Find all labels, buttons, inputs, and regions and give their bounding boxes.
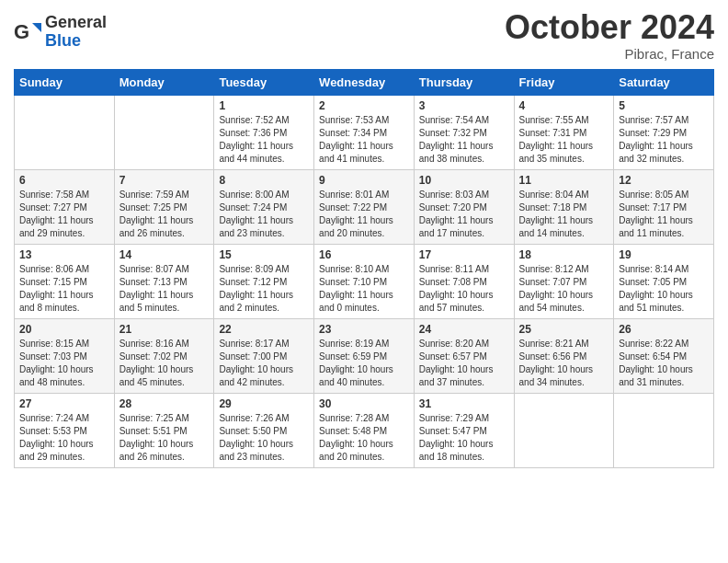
day-info: Sunrise: 8:10 AM Sunset: 7:10 PM Dayligh… — [319, 263, 409, 315]
day-number: 28 — [119, 397, 210, 410]
calendar-cell: 8Sunrise: 8:00 AM Sunset: 7:24 PM Daylig… — [214, 169, 314, 244]
header-row: SundayMondayTuesdayWednesdayThursdayFrid… — [15, 69, 714, 95]
header-day-thursday: Thursday — [414, 69, 514, 95]
header: G General Blue October 2024 Pibrac, Fran… — [14, 9, 714, 62]
day-info: Sunrise: 7:24 AM Sunset: 5:53 PM Dayligh… — [19, 412, 109, 464]
calendar-cell: 19Sunrise: 8:14 AM Sunset: 7:05 PM Dayli… — [614, 244, 714, 318]
logo-icon: G — [14, 18, 41, 46]
header-day-tuesday: Tuesday — [214, 69, 314, 95]
calendar-week-3: 13Sunrise: 8:06 AM Sunset: 7:15 PM Dayli… — [15, 244, 714, 318]
logo-text: General Blue — [45, 14, 107, 51]
day-info: Sunrise: 8:16 AM Sunset: 7:02 PM Dayligh… — [119, 338, 210, 389]
day-number: 16 — [319, 248, 409, 261]
day-number: 8 — [219, 174, 309, 187]
day-number: 3 — [419, 99, 509, 112]
calendar-cell: 30Sunrise: 7:28 AM Sunset: 5:48 PM Dayli… — [314, 393, 415, 467]
day-number: 26 — [619, 323, 709, 336]
day-info: Sunrise: 7:59 AM Sunset: 7:25 PM Dayligh… — [119, 189, 210, 240]
svg-marker-1 — [32, 23, 41, 32]
day-number: 1 — [219, 99, 309, 112]
calendar-cell: 16Sunrise: 8:10 AM Sunset: 7:10 PM Dayli… — [314, 244, 415, 318]
day-info: Sunrise: 8:19 AM Sunset: 6:59 PM Dayligh… — [319, 338, 409, 389]
day-info: Sunrise: 8:11 AM Sunset: 7:08 PM Dayligh… — [419, 263, 509, 315]
calendar: SundayMondayTuesdayWednesdayThursdayFrid… — [14, 69, 714, 468]
calendar-cell — [514, 393, 614, 467]
day-number: 11 — [519, 174, 609, 187]
header-day-saturday: Saturday — [614, 69, 714, 95]
day-number: 7 — [119, 174, 210, 187]
day-info: Sunrise: 7:58 AM Sunset: 7:27 PM Dayligh… — [19, 189, 109, 240]
day-info: Sunrise: 8:14 AM Sunset: 7:05 PM Dayligh… — [619, 263, 709, 315]
day-number: 15 — [219, 248, 309, 261]
calendar-week-5: 27Sunrise: 7:24 AM Sunset: 5:53 PM Dayli… — [15, 393, 714, 467]
calendar-cell — [614, 393, 714, 467]
calendar-cell — [15, 95, 115, 169]
day-info: Sunrise: 8:17 AM Sunset: 7:00 PM Dayligh… — [219, 338, 309, 389]
calendar-cell: 9Sunrise: 8:01 AM Sunset: 7:22 PM Daylig… — [314, 169, 415, 244]
day-info: Sunrise: 8:05 AM Sunset: 7:17 PM Dayligh… — [619, 189, 709, 240]
calendar-week-4: 20Sunrise: 8:15 AM Sunset: 7:03 PM Dayli… — [15, 318, 714, 393]
day-info: Sunrise: 7:25 AM Sunset: 5:51 PM Dayligh… — [119, 412, 210, 464]
day-number: 27 — [19, 397, 109, 410]
day-info: Sunrise: 7:54 AM Sunset: 7:32 PM Dayligh… — [419, 114, 509, 166]
calendar-cell: 28Sunrise: 7:25 AM Sunset: 5:51 PM Dayli… — [114, 393, 214, 467]
day-number: 31 — [419, 397, 509, 410]
calendar-body: 1Sunrise: 7:52 AM Sunset: 7:36 PM Daylig… — [15, 95, 714, 467]
day-info: Sunrise: 7:28 AM Sunset: 5:48 PM Dayligh… — [319, 412, 409, 464]
day-number: 14 — [119, 248, 210, 261]
logo: G General Blue — [14, 14, 107, 51]
day-number: 19 — [619, 248, 709, 261]
svg-text:G: G — [14, 20, 29, 43]
day-info: Sunrise: 7:55 AM Sunset: 7:31 PM Dayligh… — [519, 114, 609, 166]
day-number: 5 — [619, 99, 709, 112]
title-block: October 2024 Pibrac, France — [505, 9, 714, 62]
day-info: Sunrise: 8:00 AM Sunset: 7:24 PM Dayligh… — [219, 189, 309, 240]
calendar-cell: 10Sunrise: 8:03 AM Sunset: 7:20 PM Dayli… — [414, 169, 514, 244]
day-info: Sunrise: 8:01 AM Sunset: 7:22 PM Dayligh… — [319, 189, 409, 240]
day-info: Sunrise: 7:52 AM Sunset: 7:36 PM Dayligh… — [219, 114, 309, 166]
calendar-cell: 4Sunrise: 7:55 AM Sunset: 7:31 PM Daylig… — [514, 95, 614, 169]
logo-general-text: General — [45, 14, 107, 32]
day-number: 18 — [519, 248, 609, 261]
calendar-cell — [114, 95, 214, 169]
day-info: Sunrise: 8:15 AM Sunset: 7:03 PM Dayligh… — [19, 338, 109, 389]
day-number: 30 — [319, 397, 409, 410]
calendar-cell: 27Sunrise: 7:24 AM Sunset: 5:53 PM Dayli… — [15, 393, 115, 467]
calendar-cell: 7Sunrise: 7:59 AM Sunset: 7:25 PM Daylig… — [114, 169, 214, 244]
day-info: Sunrise: 8:06 AM Sunset: 7:15 PM Dayligh… — [19, 263, 109, 315]
day-number: 21 — [119, 323, 210, 336]
day-number: 22 — [219, 323, 309, 336]
day-info: Sunrise: 7:26 AM Sunset: 5:50 PM Dayligh… — [219, 412, 309, 464]
calendar-cell: 3Sunrise: 7:54 AM Sunset: 7:32 PM Daylig… — [414, 95, 514, 169]
day-number: 25 — [519, 323, 609, 336]
day-number: 24 — [419, 323, 509, 336]
day-info: Sunrise: 8:12 AM Sunset: 7:07 PM Dayligh… — [519, 263, 609, 315]
calendar-cell: 18Sunrise: 8:12 AM Sunset: 7:07 PM Dayli… — [514, 244, 614, 318]
day-info: Sunrise: 8:03 AM Sunset: 7:20 PM Dayligh… — [419, 189, 509, 240]
day-number: 12 — [619, 174, 709, 187]
day-number: 17 — [419, 248, 509, 261]
day-info: Sunrise: 7:57 AM Sunset: 7:29 PM Dayligh… — [619, 114, 709, 166]
day-number: 6 — [19, 174, 109, 187]
calendar-header: SundayMondayTuesdayWednesdayThursdayFrid… — [15, 69, 714, 95]
calendar-cell: 31Sunrise: 7:29 AM Sunset: 5:47 PM Dayli… — [414, 393, 514, 467]
month-title: October 2024 — [505, 9, 714, 46]
day-info: Sunrise: 8:20 AM Sunset: 6:57 PM Dayligh… — [419, 338, 509, 389]
day-info: Sunrise: 8:04 AM Sunset: 7:18 PM Dayligh… — [519, 189, 609, 240]
day-number: 29 — [219, 397, 309, 410]
calendar-cell: 20Sunrise: 8:15 AM Sunset: 7:03 PM Dayli… — [15, 318, 115, 393]
calendar-cell: 6Sunrise: 7:58 AM Sunset: 7:27 PM Daylig… — [15, 169, 115, 244]
day-number: 23 — [319, 323, 409, 336]
day-info: Sunrise: 7:29 AM Sunset: 5:47 PM Dayligh… — [419, 412, 509, 464]
header-day-monday: Monday — [114, 69, 214, 95]
calendar-cell: 23Sunrise: 8:19 AM Sunset: 6:59 PM Dayli… — [314, 318, 415, 393]
page: G General Blue October 2024 Pibrac, Fran… — [0, 0, 728, 482]
calendar-cell: 25Sunrise: 8:21 AM Sunset: 6:56 PM Dayli… — [514, 318, 614, 393]
header-day-sunday: Sunday — [15, 69, 115, 95]
day-number: 4 — [519, 99, 609, 112]
day-info: Sunrise: 8:09 AM Sunset: 7:12 PM Dayligh… — [219, 263, 309, 315]
day-info: Sunrise: 7:53 AM Sunset: 7:34 PM Dayligh… — [319, 114, 409, 166]
day-info: Sunrise: 8:22 AM Sunset: 6:54 PM Dayligh… — [619, 338, 709, 389]
calendar-cell: 11Sunrise: 8:04 AM Sunset: 7:18 PM Dayli… — [514, 169, 614, 244]
calendar-week-1: 1Sunrise: 7:52 AM Sunset: 7:36 PM Daylig… — [15, 95, 714, 169]
